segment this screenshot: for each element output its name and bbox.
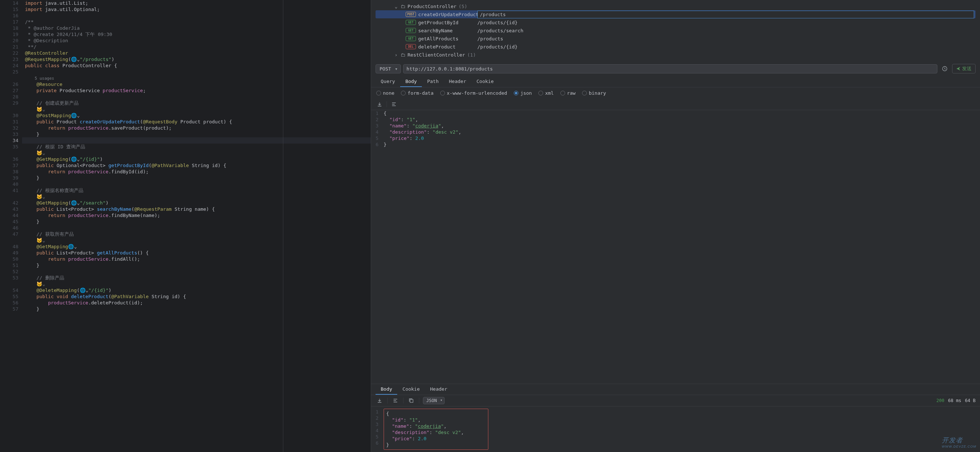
- http-method-badge: POST: [406, 12, 416, 17]
- chevron-down-icon: ⌄: [394, 4, 398, 9]
- code-area[interactable]: import java.util.List;import java.util.O…: [22, 0, 371, 452]
- endpoint-path: /products: [477, 36, 503, 41]
- radio-xml[interactable]: xml: [538, 90, 554, 96]
- toolbar-separator: [403, 398, 404, 404]
- http-client-panel: ⌄ 🗀 ProductController (5) POSTcreateOrUp…: [371, 0, 980, 452]
- send-label: 发送: [962, 65, 972, 72]
- radio-icon: [514, 91, 519, 95]
- tab-cookie[interactable]: Cookie: [471, 76, 499, 87]
- tree-node-rest-client-controller[interactable]: › 🗀 RestClientController (1): [375, 51, 975, 59]
- endpoint-row[interactable]: GETgetAllProducts/products: [375, 35, 975, 43]
- radio-icon: [538, 91, 543, 95]
- response-section: BodyCookieHeader JSON 200 68 ms 64 B: [371, 384, 980, 452]
- request-body-toolbar: [371, 99, 980, 110]
- editor-ruler: [283, 0, 283, 452]
- response-format-select[interactable]: JSON: [423, 397, 445, 404]
- endpoint-count: (1): [468, 52, 476, 58]
- endpoint-name: getAllProducts: [418, 36, 475, 41]
- http-method-badge: GET: [406, 28, 416, 33]
- radio-label: x-www-form-urlencoded: [447, 90, 507, 96]
- tab-cookie[interactable]: Cookie: [397, 384, 425, 395]
- endpoint-name: searchByName: [418, 28, 475, 33]
- import-icon[interactable]: [375, 100, 383, 108]
- radio-icon: [376, 91, 381, 95]
- tab-header[interactable]: Header: [425, 384, 452, 395]
- send-button[interactable]: 发送: [952, 64, 975, 73]
- body-type-radio-group: noneform-datax-www-form-urlencodedjsonxm…: [371, 87, 980, 99]
- endpoint-path: /products/{id}: [477, 20, 518, 25]
- tab-body[interactable]: Body: [400, 76, 422, 87]
- radio-label: none: [383, 90, 394, 96]
- radio-json[interactable]: json: [514, 90, 532, 96]
- tab-path[interactable]: Path: [422, 76, 444, 87]
- endpoint-row[interactable]: GETsearchByName/products/search: [375, 27, 975, 35]
- toolbar-separator: [387, 102, 387, 107]
- http-method-select[interactable]: POST: [375, 64, 401, 73]
- endpoint-path-input[interactable]: [477, 11, 974, 18]
- response-tabs: BodyCookieHeader: [371, 384, 980, 395]
- response-toolbar: JSON 200 68 ms 64 B: [371, 395, 980, 406]
- radio-icon: [560, 91, 565, 95]
- tab-query[interactable]: Query: [375, 76, 400, 87]
- code-editor-panel: 1415161718192021222324252627282930313233…: [0, 0, 371, 452]
- folder-icon: 🗀: [401, 4, 405, 9]
- radio-icon: [440, 91, 445, 95]
- tab-body[interactable]: Body: [375, 384, 397, 395]
- radio-none[interactable]: none: [376, 90, 394, 96]
- chevron-right-icon: ›: [394, 52, 398, 58]
- radio-x-www-form-urlencoded[interactable]: x-www-form-urlencoded: [440, 90, 507, 96]
- url-input[interactable]: [403, 64, 937, 73]
- request-tabs: QueryBodyPathHeaderCookie: [371, 76, 980, 87]
- controller-name: RestClientController: [407, 52, 465, 58]
- endpoint-path: /products/{id}: [477, 44, 518, 49]
- format-icon[interactable]: [390, 100, 398, 108]
- radio-icon: [582, 91, 587, 95]
- response-status-info: 200 68 ms 64 B: [936, 398, 975, 403]
- radio-label: form-data: [407, 90, 433, 96]
- endpoint-name: createOrUpdateProduct: [418, 12, 475, 17]
- request-bar: POST 发送: [371, 61, 980, 76]
- radio-label: binary: [589, 90, 606, 96]
- copy-icon[interactable]: [407, 396, 415, 404]
- response-time: 68 ms: [948, 398, 961, 403]
- http-method-badge: GET: [406, 20, 416, 25]
- status-code: 200: [936, 398, 944, 403]
- watermark-url: WWW.DEVZE.COM: [942, 445, 976, 448]
- endpoint-row[interactable]: POSTcreateOrUpdateProduct: [375, 10, 975, 18]
- method-value: POST: [380, 66, 391, 71]
- radio-binary[interactable]: binary: [582, 90, 606, 96]
- endpoint-row[interactable]: DELdeleteProduct/products/{id}: [375, 43, 975, 51]
- endpoint-count: (5): [458, 4, 467, 9]
- folder-icon: 🗀: [401, 52, 405, 58]
- toolbar-separator: [387, 398, 388, 404]
- http-method-badge: DEL: [406, 44, 416, 49]
- request-body-editor[interactable]: 123456 { "id": "1", "name": "coderjia", …: [371, 110, 980, 384]
- line-number-gutter: 1415161718192021222324252627282930313233…: [0, 0, 22, 452]
- endpoint-path: /products/search: [477, 28, 523, 33]
- response-body-editor[interactable]: 123456 { "id": "1", "name": "coderjia", …: [371, 406, 980, 452]
- controller-name: ProductController: [407, 4, 457, 9]
- endpoint-row[interactable]: GETgetProductById/products/{id}: [375, 18, 975, 27]
- radio-form-data[interactable]: form-data: [401, 90, 433, 96]
- import-icon[interactable]: [375, 396, 383, 404]
- response-size: 64 B: [965, 398, 975, 403]
- watermark: 开发者 WWW.DEVZE.COM: [942, 436, 976, 448]
- tab-header[interactable]: Header: [444, 76, 471, 87]
- endpoint-name: deleteProduct: [418, 44, 475, 49]
- tree-node-product-controller[interactable]: ⌄ 🗀 ProductController (5): [375, 2, 975, 10]
- radio-label: xml: [545, 90, 554, 96]
- radio-icon: [401, 91, 406, 95]
- http-method-badge: GET: [406, 36, 416, 41]
- radio-label: raw: [567, 90, 576, 96]
- radio-raw[interactable]: raw: [560, 90, 576, 96]
- history-icon[interactable]: [940, 64, 950, 73]
- toolbar-separator: [419, 398, 419, 404]
- radio-label: json: [520, 90, 532, 96]
- format-icon[interactable]: [391, 396, 399, 404]
- watermark-text: 开发者: [942, 436, 963, 444]
- endpoint-name: getProductById: [418, 20, 475, 25]
- endpoints-tree: ⌄ 🗀 ProductController (5) POSTcreateOrUp…: [371, 0, 980, 61]
- format-value: JSON: [426, 398, 437, 403]
- send-icon: [956, 67, 961, 71]
- svg-rect-1: [410, 400, 413, 403]
